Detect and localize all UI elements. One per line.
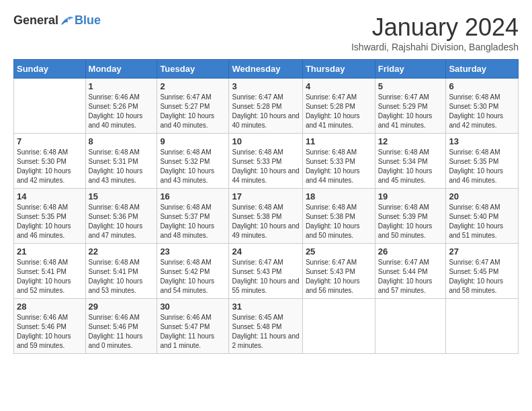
day-number: 18 [306,191,372,201]
calendar-cell: 7Sunrise: 6:48 AMSunset: 5:30 PMDaylight… [14,134,86,189]
weekday-header-tuesday: Tuesday [157,60,229,79]
day-number: 22 [89,246,154,257]
day-number: 15 [89,191,154,201]
calendar-cell: 18Sunrise: 6:48 AMSunset: 5:38 PMDayligh… [302,189,375,244]
day-number: 9 [160,136,226,146]
day-info: Sunrise: 6:48 AMSunset: 5:39 PMDaylight:… [378,203,443,240]
day-info: Sunrise: 6:47 AMSunset: 5:27 PMDaylight:… [160,93,226,130]
day-info: Sunrise: 6:47 AMSunset: 5:28 PMDaylight:… [306,93,372,130]
calendar-cell: 16Sunrise: 6:48 AMSunset: 5:37 PMDayligh… [157,189,229,244]
day-number: 14 [17,191,83,201]
calendar-cell: 3Sunrise: 6:47 AMSunset: 5:28 PMDaylight… [229,79,302,134]
logo-blue-text: Blue [75,13,101,28]
day-number: 13 [449,136,515,146]
day-info: Sunrise: 6:47 AMSunset: 5:29 PMDaylight:… [378,93,443,130]
calendar-cell: 12Sunrise: 6:48 AMSunset: 5:34 PMDayligh… [375,134,446,189]
day-info: Sunrise: 6:48 AMSunset: 5:38 PMDaylight:… [306,203,372,240]
calendar-cell: 13Sunrise: 6:48 AMSunset: 5:35 PMDayligh… [446,134,519,189]
day-number: 23 [160,246,226,257]
calendar-cell: 19Sunrise: 6:48 AMSunset: 5:39 PMDayligh… [375,189,446,244]
day-info: Sunrise: 6:48 AMSunset: 5:30 PMDaylight:… [17,148,83,185]
calendar-cell [375,299,446,354]
calendar-cell: 27Sunrise: 6:47 AMSunset: 5:45 PMDayligh… [446,244,519,299]
calendar-cell: 5Sunrise: 6:47 AMSunset: 5:29 PMDaylight… [375,79,446,134]
calendar-cell: 30Sunrise: 6:46 AMSunset: 5:47 PMDayligh… [157,299,229,354]
weekday-header-sunday: Sunday [14,60,86,79]
location-subtitle: Ishwardi, Rajshahi Division, Bangladesh [351,42,519,52]
logo-bird-icon [58,14,75,28]
day-info: Sunrise: 6:48 AMSunset: 5:34 PMDaylight:… [378,148,443,185]
logo: General Blue [13,13,101,28]
day-info: Sunrise: 6:47 AMSunset: 5:45 PMDaylight:… [449,258,515,295]
calendar-cell: 22Sunrise: 6:48 AMSunset: 5:41 PMDayligh… [85,244,157,299]
day-number: 5 [378,81,443,91]
day-info: Sunrise: 6:48 AMSunset: 5:42 PMDaylight:… [160,258,226,295]
calendar-cell [302,299,375,354]
day-info: Sunrise: 6:48 AMSunset: 5:40 PMDaylight:… [449,203,515,240]
day-number: 1 [89,81,154,91]
day-info: Sunrise: 6:48 AMSunset: 5:31 PMDaylight:… [89,148,154,185]
weekday-header-friday: Friday [375,60,446,79]
day-number: 12 [378,136,443,146]
calendar-week-row: 7Sunrise: 6:48 AMSunset: 5:30 PMDaylight… [14,134,519,189]
day-number: 16 [160,191,226,201]
day-number: 27 [449,246,515,257]
calendar-cell: 14Sunrise: 6:48 AMSunset: 5:35 PMDayligh… [14,189,86,244]
day-info: Sunrise: 6:48 AMSunset: 5:33 PMDaylight:… [232,148,299,185]
calendar-week-row: 21Sunrise: 6:48 AMSunset: 5:41 PMDayligh… [14,244,519,299]
weekday-header-monday: Monday [85,60,157,79]
day-info: Sunrise: 6:46 AMSunset: 5:47 PMDaylight:… [160,313,226,351]
day-number: 4 [306,81,372,91]
calendar-cell: 25Sunrise: 6:47 AMSunset: 5:43 PMDayligh… [302,244,375,299]
day-number: 21 [17,246,83,257]
calendar-week-row: 1Sunrise: 6:46 AMSunset: 5:26 PMDaylight… [14,79,519,134]
day-number: 31 [232,302,299,312]
weekday-header-wednesday: Wednesday [229,60,302,79]
day-number: 19 [378,191,443,201]
day-info: Sunrise: 6:48 AMSunset: 5:33 PMDaylight:… [306,148,372,185]
calendar-cell: 31Sunrise: 6:45 AMSunset: 5:48 PMDayligh… [229,299,302,354]
day-info: Sunrise: 6:48 AMSunset: 5:41 PMDaylight:… [17,258,83,295]
day-info: Sunrise: 6:47 AMSunset: 5:44 PMDaylight:… [378,258,443,295]
day-number: 10 [232,136,299,146]
calendar-cell: 24Sunrise: 6:47 AMSunset: 5:43 PMDayligh… [229,244,302,299]
day-number: 3 [232,81,299,91]
calendar-table: SundayMondayTuesdayWednesdayThursdayFrid… [13,59,519,354]
day-info: Sunrise: 6:48 AMSunset: 5:30 PMDaylight:… [449,93,515,130]
day-info: Sunrise: 6:48 AMSunset: 5:38 PMDaylight:… [232,203,299,240]
calendar-cell: 10Sunrise: 6:48 AMSunset: 5:33 PMDayligh… [229,134,302,189]
day-info: Sunrise: 6:46 AMSunset: 5:26 PMDaylight:… [89,93,154,130]
calendar-cell: 8Sunrise: 6:48 AMSunset: 5:31 PMDaylight… [85,134,157,189]
day-number: 26 [378,246,443,257]
day-info: Sunrise: 6:48 AMSunset: 5:36 PMDaylight:… [89,203,154,240]
day-number: 11 [306,136,372,146]
day-info: Sunrise: 6:48 AMSunset: 5:35 PMDaylight:… [17,203,83,240]
day-info: Sunrise: 6:48 AMSunset: 5:32 PMDaylight:… [160,148,226,185]
day-number: 6 [449,81,515,91]
calendar-cell: 17Sunrise: 6:48 AMSunset: 5:38 PMDayligh… [229,189,302,244]
calendar-cell: 29Sunrise: 6:46 AMSunset: 5:46 PMDayligh… [85,299,157,354]
day-number: 2 [160,81,226,91]
calendar-cell [14,79,86,134]
day-number: 25 [306,246,372,257]
header: General Blue January 2024 Ishwardi, Rajs… [13,13,519,52]
calendar-cell: 11Sunrise: 6:48 AMSunset: 5:33 PMDayligh… [302,134,375,189]
day-info: Sunrise: 6:47 AMSunset: 5:28 PMDaylight:… [232,93,299,130]
month-year-title: January 2024 [351,13,519,42]
day-number: 17 [232,191,299,201]
calendar-cell: 9Sunrise: 6:48 AMSunset: 5:32 PMDaylight… [157,134,229,189]
day-info: Sunrise: 6:48 AMSunset: 5:35 PMDaylight:… [449,148,515,185]
calendar-cell: 1Sunrise: 6:46 AMSunset: 5:26 PMDaylight… [85,79,157,134]
day-info: Sunrise: 6:46 AMSunset: 5:46 PMDaylight:… [17,313,83,351]
calendar-cell: 4Sunrise: 6:47 AMSunset: 5:28 PMDaylight… [302,79,375,134]
calendar-cell: 23Sunrise: 6:48 AMSunset: 5:42 PMDayligh… [157,244,229,299]
day-info: Sunrise: 6:47 AMSunset: 5:43 PMDaylight:… [306,258,372,295]
day-info: Sunrise: 6:45 AMSunset: 5:48 PMDaylight:… [232,313,299,351]
day-number: 20 [449,191,515,201]
calendar-cell: 28Sunrise: 6:46 AMSunset: 5:46 PMDayligh… [14,299,86,354]
calendar-cell: 2Sunrise: 6:47 AMSunset: 5:27 PMDaylight… [157,79,229,134]
day-number: 24 [232,246,299,257]
calendar-week-row: 14Sunrise: 6:48 AMSunset: 5:35 PMDayligh… [14,189,519,244]
calendar-cell: 20Sunrise: 6:48 AMSunset: 5:40 PMDayligh… [446,189,519,244]
day-number: 8 [89,136,154,146]
